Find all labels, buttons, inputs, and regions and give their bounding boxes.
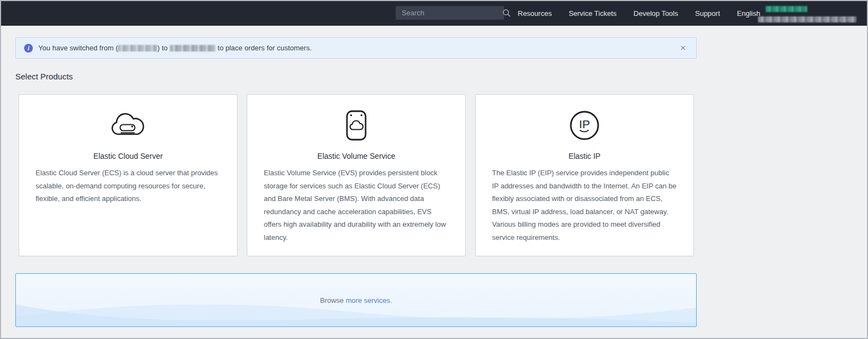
top-navbar: Resources Service Tickets Develop Tools … bbox=[1, 1, 867, 26]
nav-language-english[interactable]: English bbox=[737, 9, 761, 18]
evs-volume-icon bbox=[247, 110, 465, 141]
source-account-redacted bbox=[118, 45, 157, 51]
search-icon[interactable] bbox=[502, 6, 511, 20]
close-icon[interactable]: × bbox=[678, 42, 688, 54]
browse-more-text: Browse more services. bbox=[320, 296, 392, 304]
account-detail-redacted bbox=[758, 16, 857, 22]
card-title: Elastic Volume Service bbox=[247, 152, 465, 160]
card-title: Elastic Cloud Server bbox=[19, 152, 237, 160]
search-input[interactable] bbox=[396, 9, 502, 17]
more-services-link[interactable]: more services bbox=[346, 296, 390, 304]
target-account-redacted bbox=[170, 45, 216, 51]
search-box[interactable] bbox=[396, 6, 504, 20]
notice-text: You have switched from () to to place or… bbox=[38, 44, 312, 52]
nav-service-tickets[interactable]: Service Tickets bbox=[569, 9, 616, 18]
eip-ip-icon: IP bbox=[476, 110, 693, 141]
product-card-row: Elastic Cloud Server Elastic Cloud Serve… bbox=[19, 94, 694, 256]
card-elastic-volume-service[interactable]: Elastic Volume Service Elastic Volume Se… bbox=[247, 94, 466, 256]
card-elastic-cloud-server[interactable]: Elastic Cloud Server Elastic Cloud Serve… bbox=[19, 94, 238, 256]
page-title: Select Products bbox=[15, 72, 73, 81]
more-services-banner: Browse more services. bbox=[15, 273, 697, 327]
nav-support[interactable]: Support bbox=[695, 9, 720, 18]
nav-resources[interactable]: Resources bbox=[518, 9, 552, 18]
svg-text:IP: IP bbox=[579, 118, 590, 130]
card-title: Elastic IP bbox=[476, 152, 693, 160]
card-description: Elastic Cloud Server (ECS) is a cloud se… bbox=[19, 166, 237, 205]
console-window: Resources Service Tickets Develop Tools … bbox=[0, 0, 868, 339]
account-name-redacted bbox=[766, 6, 807, 12]
card-description: The Elastic IP (EIP) service provides in… bbox=[476, 166, 693, 244]
card-description: Elastic Volume Service (EVS) provides pe… bbox=[247, 166, 465, 244]
nav-develop-tools[interactable]: Develop Tools bbox=[634, 9, 678, 18]
info-icon: i bbox=[24, 44, 33, 53]
account-menu[interactable] bbox=[758, 4, 862, 25]
card-elastic-ip[interactable]: IP Elastic IP The Elastic IP (EIP) servi… bbox=[475, 94, 694, 256]
navbar-links: Resources Service Tickets Develop Tools … bbox=[518, 1, 760, 26]
switch-notice-banner: i You have switched from () to to place … bbox=[15, 37, 697, 59]
ecs-cloud-server-icon bbox=[19, 110, 237, 141]
